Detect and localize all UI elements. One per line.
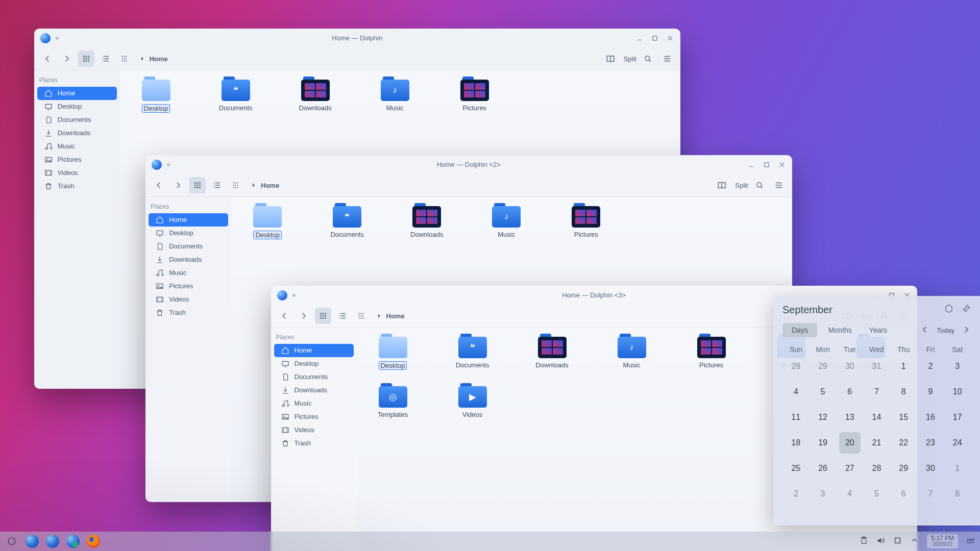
maximize-button[interactable] bbox=[651, 34, 659, 42]
nav-back-button[interactable] bbox=[276, 308, 292, 324]
split-button[interactable] bbox=[602, 51, 619, 67]
view-icons-button[interactable] bbox=[315, 308, 331, 324]
calendar-day[interactable]: 14 bbox=[863, 413, 890, 422]
calendar-day[interactable]: 6 bbox=[836, 387, 863, 396]
maximize-button[interactable] bbox=[763, 161, 771, 169]
folder-item[interactable]: ❝ Documents bbox=[448, 337, 498, 370]
search-button[interactable] bbox=[640, 51, 656, 67]
sidebar-item-home[interactable]: Home bbox=[149, 213, 228, 227]
calendar-day[interactable]: 31 bbox=[863, 362, 890, 371]
calendar-day[interactable]: 18 bbox=[782, 438, 810, 447]
view-icons-button[interactable] bbox=[78, 51, 94, 67]
taskbar-clock[interactable]: 5:17 PM 20/09/22 bbox=[927, 534, 958, 548]
sidebar-item-documents[interactable]: Documents bbox=[149, 240, 228, 253]
calendar-day[interactable]: 28 bbox=[863, 464, 890, 473]
calendar-day[interactable]: 26 bbox=[810, 464, 837, 473]
minimize-button[interactable] bbox=[635, 34, 644, 42]
sidebar-item-videos[interactable]: Videos bbox=[274, 423, 354, 437]
tray-display-icon[interactable] bbox=[893, 536, 902, 546]
sidebar-item-pictures[interactable]: Pictures bbox=[149, 280, 228, 293]
calendar-day[interactable]: 28 bbox=[782, 362, 810, 371]
tray-volume-icon[interactable] bbox=[876, 536, 885, 546]
view-compact-button[interactable] bbox=[354, 308, 370, 324]
calendar-day[interactable]: 19 bbox=[810, 438, 837, 447]
nav-back-button[interactable] bbox=[39, 51, 56, 67]
nav-forward-button[interactable] bbox=[170, 177, 186, 193]
sidebar-item-music[interactable]: Music bbox=[37, 140, 117, 153]
calendar-settings-icon[interactable] bbox=[944, 304, 953, 316]
sidebar-item-trash[interactable]: Trash bbox=[149, 306, 228, 319]
sidebar-item-music[interactable]: Music bbox=[149, 266, 228, 280]
sidebar-item-downloads[interactable]: Downloads bbox=[274, 384, 354, 397]
sidebar-item-desktop[interactable]: Desktop bbox=[37, 100, 117, 113]
nav-forward-button[interactable] bbox=[296, 308, 312, 324]
calendar-day[interactable]: 7 bbox=[863, 387, 890, 396]
breadcrumb[interactable]: Home bbox=[376, 312, 405, 320]
calendar-tab-months[interactable]: Months bbox=[828, 326, 852, 334]
calendar-day[interactable]: 4 bbox=[836, 489, 863, 498]
sidebar-item-downloads[interactable]: Downloads bbox=[37, 127, 117, 140]
calendar-day[interactable]: 13 bbox=[836, 413, 863, 422]
folder-item[interactable]: ♪ Music bbox=[370, 80, 420, 113]
calendar-day[interactable]: 24 bbox=[944, 438, 971, 447]
view-compact-button[interactable] bbox=[117, 51, 133, 67]
calendar-day[interactable]: 12 bbox=[810, 413, 837, 422]
sidebar-item-documents[interactable]: Documents bbox=[37, 113, 117, 127]
folder-item[interactable]: Downloads bbox=[402, 206, 452, 239]
calendar-day[interactable]: 29 bbox=[810, 362, 837, 371]
app-konqueror-icon[interactable] bbox=[46, 535, 59, 548]
sidebar-item-desktop[interactable]: Desktop bbox=[274, 357, 354, 370]
folder-item[interactable]: Pictures bbox=[687, 337, 737, 370]
calendar-day[interactable]: 29 bbox=[890, 464, 917, 473]
sidebar-item-downloads[interactable]: Downloads bbox=[149, 253, 228, 266]
tray-desktop-icon[interactable] bbox=[966, 536, 975, 546]
folder-item[interactable]: Desktop bbox=[368, 337, 418, 370]
calendar-day[interactable]: 2 bbox=[782, 489, 810, 498]
calendar-day[interactable]: 21 bbox=[863, 438, 890, 447]
folder-item[interactable]: ▶ Videos bbox=[448, 386, 498, 418]
calendar-day[interactable]: 9 bbox=[917, 387, 944, 396]
sidebar-item-desktop[interactable]: Desktop bbox=[149, 227, 228, 240]
split-button[interactable] bbox=[714, 177, 730, 193]
folder-item[interactable]: Desktop bbox=[131, 80, 181, 113]
calendar-day[interactable]: 20 bbox=[836, 432, 863, 454]
close-button[interactable] bbox=[666, 34, 674, 42]
sidebar-item-trash[interactable]: Trash bbox=[37, 180, 117, 193]
calendar-day[interactable]: 30 bbox=[836, 362, 863, 371]
folder-item[interactable]: Downloads bbox=[290, 80, 340, 113]
calendar-prev-icon[interactable] bbox=[920, 325, 929, 336]
folder-item[interactable]: Pictures bbox=[450, 80, 500, 113]
sidebar-item-videos[interactable]: Videos bbox=[37, 166, 117, 180]
calendar-day[interactable]: 25 bbox=[782, 464, 810, 473]
folder-item[interactable]: Downloads bbox=[527, 337, 577, 370]
folder-item[interactable]: ❝ Documents bbox=[211, 80, 261, 113]
calendar-day[interactable]: 7 bbox=[917, 489, 944, 498]
tray-clipboard-icon[interactable] bbox=[860, 536, 868, 546]
calendar-day[interactable]: 1 bbox=[944, 464, 971, 473]
breadcrumb[interactable]: Home bbox=[139, 55, 168, 63]
folder-item[interactable]: ❝ Documents bbox=[322, 206, 372, 239]
calendar-day[interactable]: 15 bbox=[890, 413, 917, 422]
folder-item[interactable]: ♪ Music bbox=[481, 206, 531, 239]
view-list-button[interactable] bbox=[334, 308, 351, 324]
view-icons-button[interactable] bbox=[189, 177, 206, 193]
sidebar-item-documents[interactable]: Documents bbox=[274, 370, 354, 384]
view-compact-button[interactable] bbox=[228, 177, 244, 193]
window-titlebar[interactable]: Home — Dolphin bbox=[34, 29, 680, 48]
search-button[interactable] bbox=[751, 177, 768, 193]
calendar-day[interactable]: 2 bbox=[917, 362, 944, 371]
folder-item[interactable]: Pictures bbox=[561, 206, 611, 239]
sidebar-item-pictures[interactable]: Pictures bbox=[274, 410, 354, 423]
nav-forward-button[interactable] bbox=[59, 51, 75, 67]
sidebar-item-home[interactable]: Home bbox=[274, 344, 354, 357]
nav-back-button[interactable] bbox=[151, 177, 167, 193]
folder-item[interactable]: Desktop bbox=[242, 206, 292, 239]
calendar-day[interactable]: 11 bbox=[782, 413, 810, 422]
launcher-icon[interactable] bbox=[5, 535, 18, 548]
view-list-button[interactable] bbox=[97, 51, 114, 67]
calendar-next-icon[interactable] bbox=[962, 325, 971, 336]
calendar-day[interactable]: 16 bbox=[917, 413, 944, 422]
close-button[interactable] bbox=[778, 161, 786, 169]
tray-expand-icon[interactable] bbox=[910, 536, 919, 546]
window-titlebar[interactable]: Home — Dolphin <2> bbox=[145, 155, 792, 174]
